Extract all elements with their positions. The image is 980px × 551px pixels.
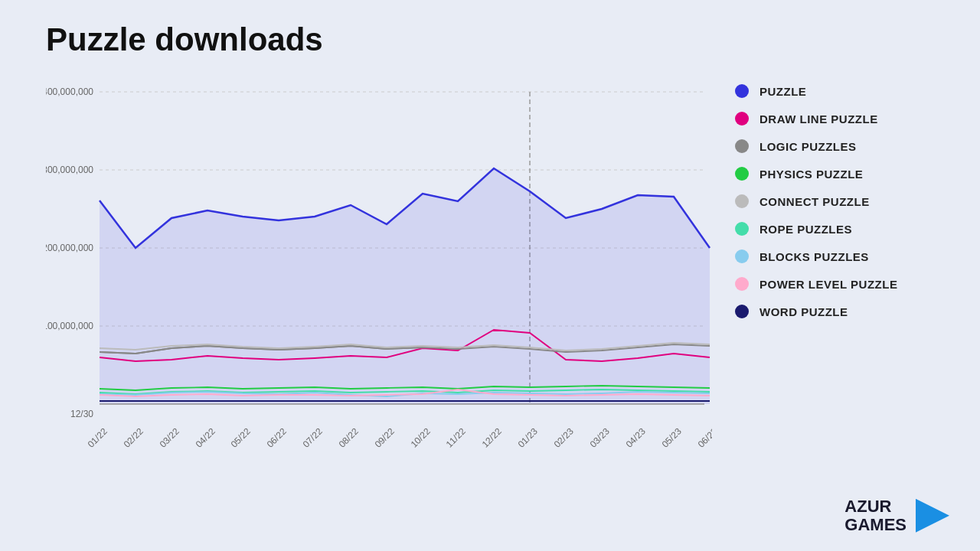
chart-area: 400,000,000 300,000,000 200,000,000 100,…: [46, 77, 712, 482]
svg-text:11/22: 11/22: [444, 425, 468, 449]
azur-games-logo: AZUR GAMES: [844, 497, 949, 534]
svg-text:400,000,000: 400,000,000: [46, 86, 93, 97]
svg-text:03/22: 03/22: [158, 425, 181, 449]
legend-label-puzzle: PUZZLE: [760, 85, 806, 98]
legend-item-physics: PHYSICS PUZZLE: [735, 167, 957, 181]
legend-label-connect: CONNECT PUZZLE: [760, 195, 870, 208]
legend-label-draw-line: DRAW LINE PUZZLE: [760, 112, 878, 126]
svg-text:01/22: 01/22: [86, 425, 109, 449]
legend-item-logic: LOGIC PUZZLES: [735, 139, 957, 153]
legend-dot-blocks: [735, 249, 749, 263]
legend-dot-physics: [735, 167, 749, 181]
legend-area: PUZZLE DRAW LINE PUZZLE LOGIC PUZZLES PH…: [735, 84, 957, 332]
legend-dot-draw-line: [735, 112, 749, 126]
play-icon: [916, 499, 949, 533]
svg-text:10/22: 10/22: [409, 425, 433, 449]
svg-text:07/22: 07/22: [301, 425, 325, 449]
svg-text:06/22: 06/22: [265, 425, 289, 449]
legend-dot-rope: [735, 222, 749, 236]
svg-text:05/22: 05/22: [229, 425, 253, 449]
legend-dot-puzzle: [735, 84, 749, 98]
page-title: Puzzle downloads: [46, 21, 323, 58]
legend-label-physics: PHYSICS PUZZLE: [760, 168, 863, 181]
legend-label-logic: LOGIC PUZZLES: [760, 140, 857, 153]
legend-label-power: POWER LEVEL PUZZLE: [760, 278, 897, 291]
svg-text:08/22: 08/22: [337, 425, 361, 449]
svg-text:04/23: 04/23: [624, 425, 648, 449]
svg-text:300,000,000: 300,000,000: [46, 165, 93, 175]
svg-text:04/22: 04/22: [194, 425, 217, 449]
legend-label-word: WORD PUZZLE: [760, 305, 848, 318]
legend-item-draw-line: DRAW LINE PUZZLE: [735, 112, 957, 126]
svg-text:06/23: 06/23: [696, 425, 712, 449]
svg-text:200,000,000: 200,000,000: [46, 243, 93, 253]
legend-dot-connect: [735, 194, 749, 208]
svg-text:03/23: 03/23: [588, 425, 612, 449]
legend-dot-word: [735, 305, 749, 318]
legend-item-power: POWER LEVEL PUZZLE: [735, 277, 957, 291]
legend-label-blocks: BLOCKS PUZZLES: [760, 250, 869, 263]
svg-text:12/30: 12/30: [70, 409, 93, 419]
svg-text:01/23: 01/23: [516, 425, 540, 449]
svg-text:02/23: 02/23: [552, 425, 576, 449]
legend-item-puzzle: PUZZLE: [735, 84, 957, 98]
svg-text:100,000,000: 100,000,000: [46, 321, 93, 331]
azur-games-text: AZUR GAMES: [844, 497, 906, 534]
svg-text:02/22: 02/22: [122, 425, 145, 449]
svg-text:12/22: 12/22: [480, 425, 504, 449]
legend-dot-power: [735, 277, 749, 291]
chart-svg: 400,000,000 300,000,000 200,000,000 100,…: [46, 77, 712, 482]
legend-label-rope: ROPE PUZZLES: [760, 223, 852, 236]
legend-item-connect: CONNECT PUZZLE: [735, 194, 957, 208]
legend-dot-logic: [735, 139, 749, 153]
svg-text:05/23: 05/23: [660, 425, 684, 449]
legend-item-word: WORD PUZZLE: [735, 305, 957, 318]
legend-item-rope: ROPE PUZZLES: [735, 222, 957, 236]
legend-item-blocks: BLOCKS PUZZLES: [735, 249, 957, 263]
svg-text:09/22: 09/22: [373, 425, 397, 449]
